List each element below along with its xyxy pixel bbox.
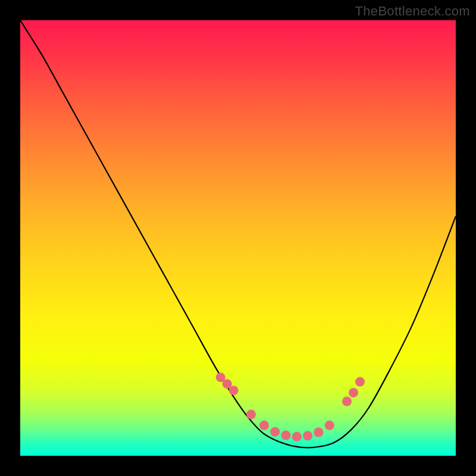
chart-area [20, 20, 456, 456]
curve-dot [292, 432, 302, 441]
curve-dot [270, 427, 280, 437]
curve-dot [246, 410, 256, 419]
bottleneck-curve [20, 20, 456, 447]
curve-dot [303, 431, 312, 440]
curve-dot [229, 386, 239, 395]
curve-dot [342, 397, 352, 406]
curve-overlay [20, 20, 456, 456]
curve-dot [281, 431, 291, 440]
curve-dot [349, 388, 358, 397]
curve-dot [259, 421, 269, 430]
curve-dot [355, 377, 365, 387]
curve-dots [216, 372, 365, 441]
watermark-text: TheBottleneck.com [355, 4, 470, 19]
curve-dot [325, 421, 334, 430]
curve-dot [314, 428, 323, 437]
